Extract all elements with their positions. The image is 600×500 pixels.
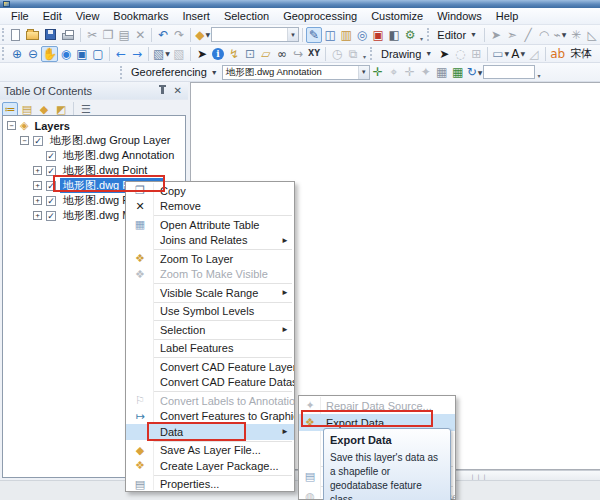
toolbar-grip[interactable] <box>2 28 5 41</box>
menu-view[interactable]: View <box>69 9 107 23</box>
go-back-extent-button[interactable]: ← <box>113 46 129 62</box>
toolbar-overflow-icon[interactable]: ▾ <box>363 53 366 62</box>
rotation-input[interactable] <box>483 65 535 79</box>
expand-icon[interactable]: + <box>33 196 42 205</box>
new-text-tool[interactable]: A▼ <box>510 46 526 62</box>
toolbar-grip[interactable] <box>2 47 6 60</box>
go-to-xy-button[interactable]: XY <box>306 46 322 62</box>
go-forward-extent-button[interactable]: → <box>129 46 145 62</box>
arctoolbox-button[interactable]: ▣ <box>370 27 386 43</box>
save-icon[interactable] <box>45 29 56 40</box>
drawing-menu-dropdown[interactable]: Drawing▼ <box>377 48 436 60</box>
pin-icon[interactable] <box>161 87 164 94</box>
editor-toolbar-toggle[interactable]: ✎ <box>306 27 322 43</box>
edit-tool-button[interactable]: ➤ <box>488 27 504 43</box>
context-menu-item-visible-scale-range[interactable]: Visible Scale Range► <box>126 285 294 301</box>
new-document-icon[interactable] <box>11 29 20 41</box>
expand-icon[interactable]: + <box>33 166 42 175</box>
identify-tool-icon[interactable]: i <box>212 48 224 60</box>
draw-select-elements-tool[interactable]: ➤ <box>436 46 452 62</box>
trace-tool-button[interactable]: ⌁▼ <box>552 27 568 43</box>
rotate-element-tool[interactable]: ◌ <box>452 46 468 62</box>
edit-annotation-tool-button[interactable]: ➣ <box>504 27 520 43</box>
map-scale-combo[interactable]: ▼ <box>211 27 299 42</box>
straight-segment-button[interactable]: ╱ <box>520 27 536 43</box>
print-icon[interactable] <box>62 33 74 40</box>
catalog-window-button[interactable]: ▥ <box>338 27 354 43</box>
expand-icon[interactable]: + <box>33 211 42 220</box>
fixed-zoom-out-button[interactable]: ▢ <box>90 46 106 62</box>
context-menu-item-joins-and-relates[interactable]: Joins and Relates► <box>126 233 294 249</box>
select-features-tool[interactable]: ▧▼ <box>152 46 171 62</box>
context-menu-item-save-as-layer-file[interactable]: ◆Save As Layer File... <box>126 443 294 459</box>
redo-button[interactable]: ↷ <box>171 27 187 43</box>
select-elements-tool[interactable]: ➤ <box>194 46 210 62</box>
toolbar-overflow-icon[interactable]: ▾ <box>420 35 423 44</box>
context-menu-item-convert-cad-feature-dataset[interactable]: Convert CAD Feature Dataset... <box>126 375 294 391</box>
paste-button[interactable]: ▤ <box>116 27 132 43</box>
layer-visibility-checkbox[interactable]: ✓ <box>46 211 56 221</box>
zoom-to-selected-elements-button[interactable]: ⊞ <box>468 46 484 62</box>
pan-tool[interactable]: ✋ <box>41 46 58 62</box>
menu-insert[interactable]: Insert <box>175 9 217 23</box>
collapse-icon[interactable]: − <box>20 136 29 145</box>
expand-icon[interactable]: + <box>33 181 42 190</box>
zoom-in-tool[interactable]: ⊕ <box>9 46 25 62</box>
tree-row--dwg-annotation[interactable]: ✓地形图.dwg Annotation <box>3 148 185 163</box>
georeferencing-layer-combo[interactable]: 地形图.dwg Annotation▼ <box>222 65 370 80</box>
georeferencing-menu-dropdown[interactable]: Georeferencing▼ <box>127 66 222 78</box>
scrollbar-grip[interactable]: ❘❘❘ <box>470 473 488 480</box>
toolbar-grip[interactable] <box>370 47 374 60</box>
find-tool[interactable]: ∞ <box>274 46 290 62</box>
menu-help[interactable]: Help <box>489 9 526 23</box>
cut-button[interactable]: ✂ <box>84 27 100 43</box>
context-menu-item-properties[interactable]: ▤Properties... <box>126 477 294 493</box>
create-viewer-window-button[interactable]: ⧉ <box>345 46 361 62</box>
tree-row-layers[interactable]: −◈Layers <box>3 118 185 133</box>
menu-file[interactable]: File <box>4 9 36 23</box>
endpoint-arc-button[interactable]: ◠ <box>536 27 552 43</box>
context-menu-item-convert-labels-to-annotation[interactable]: ⚐Convert Labels to Annotation... <box>126 393 294 409</box>
edit-vertices-button[interactable]: ◺ <box>584 27 600 43</box>
context-menu-item-use-symbol-levels[interactable]: Use Symbol Levels <box>126 304 294 320</box>
add-control-points-tool[interactable]: ✛ <box>370 64 386 80</box>
layer-visibility-checkbox[interactable]: ✓ <box>33 136 43 146</box>
chevron-down-icon[interactable]: ▼ <box>358 66 369 79</box>
delete-button[interactable]: ✕ <box>132 27 148 43</box>
search-window-button[interactable]: ◎ <box>354 27 370 43</box>
chevron-down-icon[interactable]: ▼ <box>287 28 298 41</box>
edit-vertices-draw-button[interactable]: ◿ <box>526 46 542 62</box>
menu-edit[interactable]: Edit <box>36 9 69 23</box>
new-rectangle-tool[interactable]: ▭▼ <box>491 46 510 62</box>
table-of-contents-window-button[interactable]: ◫ <box>322 27 338 43</box>
layer-visibility-checkbox[interactable]: ✓ <box>46 151 56 161</box>
menu-windows[interactable]: Windows <box>430 9 489 23</box>
font-name-combo[interactable]: 宋体 <box>566 46 596 61</box>
collapse-icon[interactable]: − <box>7 121 16 130</box>
context-menu-item-convert-cad-feature-layer[interactable]: Convert CAD Feature Layer... <box>126 359 294 375</box>
context-menu-item-remove[interactable]: ✕Remove <box>126 199 294 215</box>
time-slider-button[interactable]: ◷ <box>329 46 345 62</box>
context-menu-item-create-layer-package[interactable]: ❖Create Layer Package... <box>126 458 294 474</box>
context-menu-item-open-attribute-table[interactable]: ▦Open Attribute Table <box>126 217 294 233</box>
font-color-icon[interactable]: ab <box>549 46 566 62</box>
menu-geoprocessing[interactable]: Geoprocessing <box>276 9 364 23</box>
html-popup-tool[interactable]: ⊡ <box>242 46 258 62</box>
modelbuilder-button[interactable]: ⚙ <box>402 27 418 43</box>
full-extent-button[interactable]: ◉ <box>58 46 74 62</box>
find-route-button[interactable]: ↪ <box>290 46 306 62</box>
layer-visibility-checkbox[interactable]: ✓ <box>46 166 56 176</box>
fixed-zoom-in-button[interactable]: ▣ <box>74 46 90 62</box>
zoom-to-link-tool[interactable]: ✛ <box>402 64 418 80</box>
context-menu-item-zoom-to-layer[interactable]: ❖Zoom To Layer <box>126 251 294 267</box>
select-link-tool[interactable]: ⌖ <box>386 64 402 80</box>
layer-visibility-checkbox[interactable]: ✓ <box>46 196 56 206</box>
toolbar-grip[interactable] <box>120 66 124 79</box>
open-icon[interactable] <box>26 31 39 40</box>
context-menu-item-selection[interactable]: Selection► <box>126 322 294 338</box>
menu-selection[interactable]: Selection <box>217 9 276 23</box>
view-link-table-button[interactable]: ▦ <box>434 64 450 80</box>
tree-row--dwg-group-layer[interactable]: −✓地形图.dwg Group Layer <box>3 133 185 148</box>
open-link-table-button[interactable]: ▦ <box>450 64 466 80</box>
toolbar-grip[interactable] <box>427 28 430 41</box>
